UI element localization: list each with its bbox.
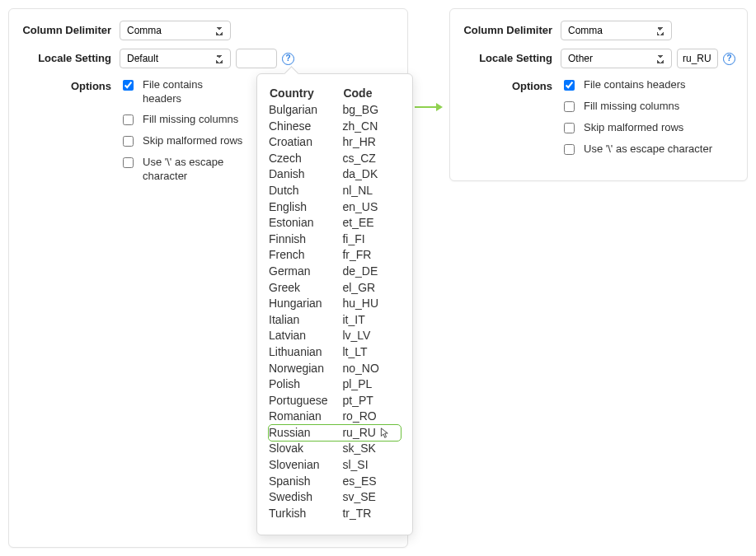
use-escape-char-label: Use '\' as escape character: [143, 156, 243, 184]
locale-country-cell: Czech: [269, 151, 342, 167]
skip-malformed-rows-label: Skip malformed rows: [584, 121, 683, 135]
locale-row[interactable]: Turkishtr_TR: [269, 506, 401, 522]
locale-country-cell: Turkish: [269, 506, 342, 522]
locale-row[interactable]: Hungarianhu_HU: [269, 296, 401, 312]
locale-country-cell: Portuguese: [269, 393, 342, 409]
locale-table: Country Code Bulgarianbg_BGChinesezh_CNC…: [269, 86, 401, 521]
settings-panel-before: Column Delimiter Comma Locale Setting De…: [8, 8, 408, 548]
locale-country-cell: Hungarian: [269, 296, 342, 312]
locale-country-cell: Greek: [269, 280, 342, 297]
locale-code-cell: fr_FR: [342, 247, 401, 264]
locale-country-cell: Bulgarian: [269, 102, 342, 119]
locale-row[interactable]: Spanishes_ES: [269, 474, 401, 490]
locale-row[interactable]: Latvianlv_LV: [269, 328, 401, 344]
column-delimiter-select[interactable]: Comma: [561, 21, 672, 40]
locale-setting-label: Locale Setting: [21, 49, 120, 64]
column-delimiter-select[interactable]: Comma: [120, 21, 231, 40]
locale-setting-label: Locale Setting: [462, 49, 561, 64]
locale-row[interactable]: Slovaksk_SK: [269, 441, 401, 457]
locale-country-cell: Italian: [269, 312, 342, 329]
locale-row[interactable]: Finnishfi_FI: [269, 231, 401, 248]
locale-row[interactable]: Frenchfr_FR: [269, 247, 401, 264]
cursor-icon: [378, 427, 389, 440]
locale-country-cell: Norwegian: [269, 361, 342, 377]
locale-country-cell: Spanish: [269, 474, 342, 490]
locale-row[interactable]: Germande_DE: [269, 264, 401, 280]
locale-country-cell: Finnish: [269, 231, 342, 248]
use-escape-char-checkbox[interactable]: [123, 157, 134, 168]
locale-row[interactable]: Sloveniansl_SI: [269, 457, 401, 474]
transition-arrow-icon: [415, 91, 443, 124]
settings-panel-after: Column Delimiter Comma Locale Setting Ot…: [449, 8, 748, 181]
locale-country-cell: Danish: [269, 166, 342, 183]
locale-row[interactable]: Chinesezh_CN: [269, 119, 401, 135]
locale-row[interactable]: Englishen_US: [269, 199, 401, 216]
locale-code-cell: cs_CZ: [342, 151, 401, 167]
skip-malformed-rows-checkbox[interactable]: [564, 123, 575, 133]
locale-help-popup: Country Code Bulgarianbg_BGChinesezh_CNC…: [256, 73, 413, 535]
fill-missing-columns-checkbox[interactable]: [123, 114, 134, 125]
locale-row[interactable]: Italianit_IT: [269, 312, 401, 329]
locale-setting-select[interactable]: Other: [561, 49, 672, 68]
help-icon[interactable]: ?: [282, 53, 294, 65]
locale-country-cell: Estonian: [269, 215, 342, 231]
locale-code-cell: ro_RO: [342, 409, 401, 425]
locale-row[interactable]: Estonianet_EE: [269, 215, 401, 231]
locale-country-cell: English: [269, 199, 342, 216]
locale-country-cell: Croatian: [269, 134, 342, 151]
locale-code-input[interactable]: [236, 49, 277, 68]
locale-setting-select[interactable]: Default: [120, 49, 231, 68]
locale-code-cell: da_DK: [342, 166, 401, 183]
locale-row[interactable]: Polishpl_PL: [269, 376, 401, 393]
locale-code-cell: el_GR: [342, 280, 401, 297]
locale-table-header-country: Country: [269, 86, 342, 102]
locale-code-cell: pt_PT: [342, 393, 401, 409]
locale-code-cell: et_EE: [342, 215, 401, 231]
locale-code-cell: sk_SK: [342, 441, 401, 457]
locale-country-cell: Slovak: [269, 441, 342, 457]
file-contains-headers-label: File contains headers: [584, 78, 686, 92]
locale-code-cell: lt_LT: [342, 344, 401, 361]
locale-row[interactable]: Norwegianno_NO: [269, 361, 401, 377]
locale-code-input[interactable]: [677, 49, 718, 68]
locale-code-cell: hu_HU: [342, 296, 401, 312]
skip-malformed-rows-label: Skip malformed rows: [143, 134, 242, 148]
column-delimiter-label: Column Delimiter: [21, 21, 120, 36]
locale-row[interactable]: Russianru_RU: [269, 425, 401, 442]
locale-country-cell: German: [269, 264, 342, 280]
fill-missing-columns-checkbox[interactable]: [564, 101, 575, 112]
file-contains-headers-checkbox[interactable]: [123, 80, 134, 91]
use-escape-char-checkbox[interactable]: [564, 144, 575, 155]
locale-country-cell: Romanian: [269, 409, 342, 425]
skip-malformed-rows-checkbox[interactable]: [123, 136, 134, 147]
locale-row[interactable]: Croatianhr_HR: [269, 134, 401, 151]
locale-country-cell: Chinese: [269, 119, 342, 135]
locale-code-cell: zh_CN: [342, 119, 401, 135]
file-contains-headers-checkbox[interactable]: [564, 80, 575, 91]
locale-code-cell: bg_BG: [342, 102, 401, 119]
locale-row[interactable]: Romanianro_RO: [269, 409, 401, 425]
locale-row[interactable]: Greekel_GR: [269, 280, 401, 297]
locale-row[interactable]: Lithuanianlt_LT: [269, 344, 401, 361]
locale-row[interactable]: Bulgarianbg_BG: [269, 102, 401, 119]
locale-row[interactable]: Danishda_DK: [269, 166, 401, 183]
column-delimiter-label: Column Delimiter: [462, 21, 561, 36]
locale-row[interactable]: Portuguesept_PT: [269, 393, 401, 409]
help-icon[interactable]: ?: [723, 53, 735, 65]
locale-code-cell: hr_HR: [342, 134, 401, 151]
locale-code-cell: no_NO: [342, 361, 401, 377]
fill-missing-columns-label: Fill missing columns: [143, 113, 238, 127]
locale-code-cell: lv_LV: [342, 328, 401, 344]
locale-table-header-code: Code: [342, 86, 401, 102]
locale-row[interactable]: Swedishsv_SE: [269, 489, 401, 506]
locale-row[interactable]: Dutchnl_NL: [269, 183, 401, 199]
locale-country-cell: Lithuanian: [269, 344, 342, 361]
locale-country-cell: Polish: [269, 376, 342, 393]
use-escape-char-label: Use '\' as escape character: [584, 143, 712, 157]
locale-code-cell: nl_NL: [342, 183, 401, 199]
locale-country-cell: Dutch: [269, 183, 342, 199]
locale-code-cell: ru_RU: [342, 425, 401, 442]
locale-row[interactable]: Czechcs_CZ: [269, 151, 401, 167]
locale-code-cell: en_US: [342, 199, 401, 216]
locale-code-cell: de_DE: [342, 264, 401, 280]
